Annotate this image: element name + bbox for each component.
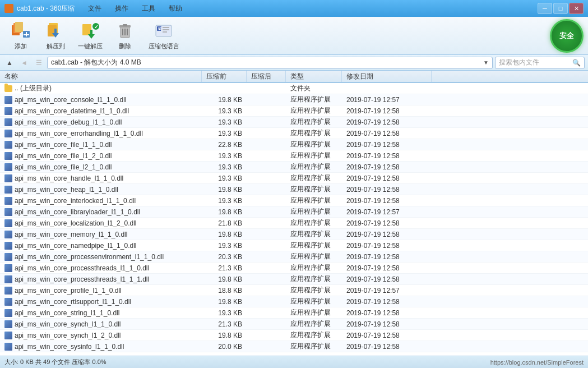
table-row[interactable]: api_ms_win_core_console_l1_1_0.dll19.8 K… [0, 94, 588, 105]
file-size-before: 20.3 KB [202, 253, 247, 261]
table-row[interactable]: api_ms_win_core_file_l1_2_0.dll19.3 KB应用… [0, 150, 588, 162]
file-size-before: 19.8 KB [202, 231, 247, 238]
col-header-type[interactable]: 类型 [286, 71, 342, 82]
table-row[interactable]: api_ms_win_core_synch_l1_1_0.dll21.3 KB应… [0, 319, 588, 330]
file-date: 2019-07-19 12:57 [342, 96, 432, 104]
file-name-text: api_ms_win_core_errorhandling_l1_1_0.dll [15, 130, 143, 137]
col-header-date[interactable]: 修改日期 [342, 71, 432, 82]
col-header-after[interactable]: 压缩后 [247, 71, 286, 82]
file-size-before: 18.8 KB [202, 287, 247, 295]
dll-icon [4, 96, 12, 104]
window-controls: ─ □ ✕ [538, 3, 584, 14]
address-field[interactable]: cab1.cab - 解包大小为 4.0 MB ▼ [47, 57, 493, 69]
table-row[interactable]: api_ms_win_core_errorhandling_l1_1_0.dll… [0, 128, 588, 139]
nav-list-button[interactable]: ☰ [33, 57, 45, 69]
extract-button[interactable]: 解压到 [39, 20, 72, 52]
menu-tools[interactable]: 工具 [140, 3, 158, 15]
close-button[interactable]: ✕ [569, 3, 584, 14]
file-name-cell: api_ms_win_core_memory_l1_1_0.dll [0, 231, 202, 238]
file-type: 应用程序扩展 [286, 162, 342, 172]
dll-icon [4, 118, 12, 126]
minimize-button[interactable]: ─ [538, 3, 552, 14]
col-header-before[interactable]: 压缩前 [202, 71, 247, 82]
oneclick-button[interactable]: ✓ 一键解压 [74, 20, 107, 52]
menu-file[interactable]: 文件 [86, 3, 104, 15]
oneclick-label: 一键解压 [78, 42, 103, 50]
file-type: 应用程序扩展 [286, 173, 342, 183]
col-header-name[interactable]: 名称 [0, 71, 202, 82]
file-type: 应用程序扩展 [286, 319, 342, 329]
language-button[interactable]: 码 压缩包语言 [143, 20, 184, 52]
folder-icon [4, 85, 12, 92]
file-name-cell: api_ms_win_core_errorhandling_l1_1_0.dll [0, 130, 202, 137]
search-field[interactable]: 搜索包内文件 🔍 [495, 57, 585, 69]
svg-rect-17 [123, 24, 127, 26]
file-date: 2019-07-19 12:58 [342, 163, 432, 171]
file-name-text: api_ms_win_core_profile_l1_1_0.dll [15, 287, 122, 295]
file-name-cell: api_ms_win_core_namedpipe_l1_1_0.dll [0, 242, 202, 250]
table-row[interactable]: api_ms_win_core_handle_l1_1_0.dll19.3 KB… [0, 173, 588, 184]
table-row[interactable]: api_ms_win_core_rtlsupport_l1_1_0.dll19.… [0, 296, 588, 307]
dll-icon [4, 186, 12, 194]
file-date: 2019-07-19 12:58 [342, 118, 432, 126]
table-row[interactable]: api_ms_win_core_localization_l1_2_0.dll2… [0, 218, 588, 229]
table-row[interactable]: api_ms_win_core_synch_l1_2_0.dll19.8 KB应… [0, 330, 588, 341]
file-name-cell: api_ms_win_core_console_l1_1_0.dll [0, 96, 202, 104]
file-date: 2019-07-19 12:58 [342, 320, 432, 328]
dll-icon [4, 219, 12, 227]
file-date: 2019-07-19 12:58 [342, 152, 432, 160]
file-name-text: api_ms_win_core_file_l2_1_0.dll [15, 163, 112, 171]
table-row[interactable]: api_ms_win_core_file_l1_1_0.dll22.8 KB应用… [0, 139, 588, 150]
nav-up-button[interactable]: ▲ [3, 57, 16, 69]
file-name-cell: api_ms_win_core_synch_l1_1_0.dll [0, 320, 202, 328]
table-row[interactable]: api_ms_win_core_processthreads_l1_1_1.dl… [0, 274, 588, 285]
file-date: 2019-07-19 12:58 [342, 219, 432, 227]
table-row[interactable]: .. (上级目录)文件夹 [0, 83, 588, 94]
dll-icon [4, 141, 12, 149]
maximize-button[interactable]: □ [553, 3, 568, 14]
address-dropdown-icon[interactable]: ▼ [483, 59, 489, 66]
file-list-body[interactable]: .. (上级目录)文件夹api_ms_win_core_console_l1_1… [0, 83, 588, 356]
table-row[interactable]: api_ms_win_core_debug_l1_1_0.dll19.3 KB应… [0, 117, 588, 128]
file-size-before: 19.8 KB [202, 208, 247, 216]
table-row[interactable]: api_ms_win_core_memory_l1_1_0.dll19.8 KB… [0, 229, 588, 240]
file-date: 2019-07-19 12:58 [342, 231, 432, 238]
table-row[interactable]: api_ms_win_core_interlocked_l1_1_0.dll19… [0, 195, 588, 206]
table-row[interactable]: api_ms_win_core_namedpipe_l1_1_0.dll19.3… [0, 240, 588, 251]
table-row[interactable]: api_ms_win_core_profile_l1_1_0.dll18.8 K… [0, 285, 588, 296]
file-date: 2019-07-19 12:58 [342, 242, 432, 250]
table-row[interactable]: api_ms_win_core_processthreads_l1_1_0.dl… [0, 263, 588, 274]
file-date: 2019-07-19 12:58 [342, 309, 432, 317]
file-date: 2019-07-19 12:58 [342, 343, 432, 351]
add-button[interactable]: 添加 [4, 20, 37, 52]
table-row[interactable]: api_ms_win_core_datetime_l1_1_0.dll19.3 … [0, 105, 588, 117]
security-label: 安全 [559, 31, 574, 41]
file-name-cell: api_ms_win_core_string_l1_1_0.dll [0, 309, 202, 317]
dll-icon [4, 152, 12, 160]
file-name-text: api_ms_win_core_file_l1_1_0.dll [15, 141, 112, 149]
search-icon[interactable]: 🔍 [572, 59, 581, 67]
menu-operate[interactable]: 操作 [113, 3, 131, 15]
file-size-before: 21.3 KB [202, 320, 247, 328]
file-size-before: 22.8 KB [202, 141, 247, 149]
dll-icon [4, 163, 12, 171]
table-row[interactable]: api_ms_win_core_libraryloader_l1_1_0.dll… [0, 206, 588, 218]
menu-help[interactable]: 帮助 [166, 3, 184, 15]
table-row[interactable]: api_ms_win_core_string_l1_1_0.dll19.3 KB… [0, 307, 588, 319]
delete-button[interactable]: 删除 [109, 20, 141, 52]
file-date: 2019-07-19 12:58 [342, 332, 432, 339]
file-type: 应用程序扩展 [286, 342, 342, 351]
column-headers: 名称 压缩前 压缩后 类型 修改日期 [0, 71, 588, 83]
file-date: 2019-07-19 12:58 [342, 298, 432, 306]
nav-back-button[interactable]: ◄ [18, 57, 30, 69]
file-size-before: 19.8 KB [202, 275, 247, 283]
table-row[interactable]: api_ms_win_core_sysinfo_l1_1_0.dll20.0 K… [0, 341, 588, 352]
file-name-cell: api_ms_win_core_file_l1_1_0.dll [0, 141, 202, 149]
table-row[interactable]: api_ms_win_core_processenvironment_l1_1_… [0, 251, 588, 263]
table-row[interactable]: api_ms_win_core_heap_l1_1_0.dll19.8 KB应用… [0, 184, 588, 195]
delete-icon [115, 21, 135, 41]
table-row[interactable]: api_ms_win_core_file_l2_1_0.dll19.3 KB应用… [0, 162, 588, 173]
file-type: 应用程序扩展 [286, 330, 342, 340]
file-type: 应用程序扩展 [286, 286, 342, 295]
file-date: 2019-07-19 12:58 [342, 141, 432, 149]
